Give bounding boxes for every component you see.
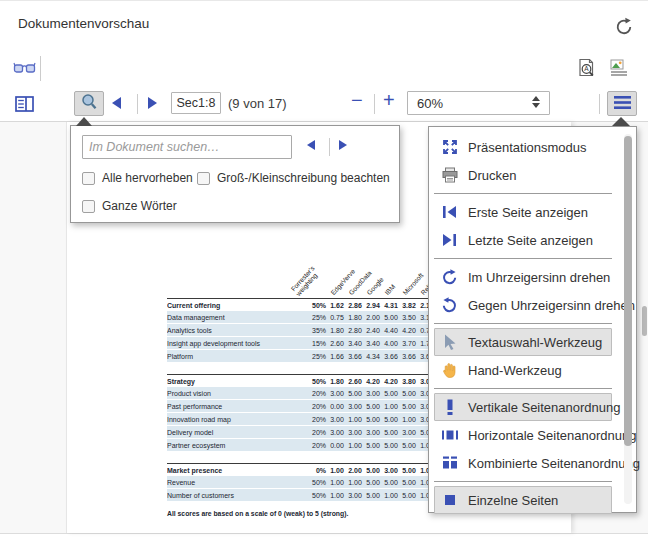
presentation-mode-icon [441, 139, 458, 156]
row-value: 1.00 [328, 476, 346, 488]
table-row: Revenue50%1.001.005.005.005.001.00 [167, 476, 447, 489]
row-value: 5.00 [400, 476, 418, 488]
row-value: 3.66 [400, 350, 418, 362]
page-number-input[interactable] [171, 92, 221, 114]
menu-item-first-page[interactable]: Erste Seite anzeigen [434, 198, 612, 226]
row-value: 2.94 [364, 299, 382, 311]
row-value: 1.00 [328, 489, 346, 501]
menu-item-last-page[interactable]: Letzte Seite anzeigen [434, 226, 612, 254]
page-image-icon[interactable] [610, 59, 628, 81]
menu-item-presentation-mode[interactable]: Präsentationsmodus [434, 133, 612, 161]
single-pages-icon [441, 492, 458, 509]
zoom-level-select[interactable]: 60% [407, 91, 550, 115]
vertical-pages-icon [441, 399, 458, 416]
row-value: 5.00 [400, 439, 418, 451]
table-row: Insight app development tools15%2.603.40… [167, 337, 447, 350]
menu-item-horizontal-pages[interactable]: Horizontale Seitenanordnung [434, 421, 612, 449]
row-value: 5.00 [382, 476, 400, 488]
table-gap [167, 452, 447, 463]
row-value: 3.50 [400, 311, 418, 323]
menu-item-hand-tool[interactable]: Hand-Werkzeug [434, 356, 612, 384]
forrester-table: Forrester'sweightingEdgeVerveGoodDataGoo… [167, 248, 447, 517]
zoom-out-button[interactable]: − [351, 89, 363, 112]
row-value: 1.80 [346, 311, 364, 323]
hand-tool-icon [441, 362, 458, 379]
row-value: 3.00 [328, 387, 346, 399]
row-value: 1.00 [346, 439, 364, 451]
next-page-button[interactable] [148, 97, 157, 109]
row-value: 3.70 [400, 337, 418, 349]
reading-mode-glasses-icon[interactable] [13, 61, 36, 79]
row-value: 5.00 [400, 489, 418, 501]
row-value: 3.00 [382, 464, 400, 476]
menu-item-combined-pages[interactable]: Kombinierte Seitenanordnung [434, 449, 612, 477]
viewer-scrollbar-thumb[interactable] [642, 306, 647, 336]
row-value: 2.00 [364, 311, 382, 323]
sidebar-toggle-icon[interactable] [15, 96, 34, 116]
zoom-in-button[interactable]: + [383, 89, 395, 112]
find-next-button[interactable] [339, 140, 347, 150]
menu-divider [434, 193, 612, 194]
row-value: 4.20 [400, 324, 418, 336]
row-weight: 25% [294, 350, 328, 362]
row-weight: 20% [294, 387, 328, 399]
row-value: 3.00 [346, 489, 364, 501]
row-weight: 20% [294, 439, 328, 451]
table-row: Past performance20%0.003.005.001.005.003… [167, 400, 447, 413]
first-page-icon [441, 204, 458, 221]
row-weight: 50% [294, 375, 328, 387]
row-value: 3.66 [382, 350, 400, 362]
row-value: 0.75 [328, 311, 346, 323]
match-case-checkbox[interactable]: Groß-/Kleinschreibung beachten [197, 171, 390, 185]
menu-scrollbar-thumb[interactable] [624, 136, 632, 446]
menu-item-text-select-tool[interactable]: Textauswahl-Werkzeug [434, 328, 612, 356]
table-row: Number of customers50%1.003.005.001.005.… [167, 489, 447, 502]
view-options-menu-button[interactable] [607, 91, 637, 116]
previous-page-button[interactable] [112, 97, 121, 109]
menu-item-rotate-counterclockwise[interactable]: Gegen Uhrzeigersinn drehen [434, 291, 612, 319]
page-title: Dokumentenvorschau [18, 16, 149, 31]
secondary-toolbar: A [0, 51, 648, 88]
view-options-menu: Präsentationsmodus Drucken Erste Seite a… [428, 126, 637, 513]
table-row: Delivery model20%3.003.003.005.003.005.0… [167, 426, 447, 439]
checkbox-box[interactable] [82, 172, 95, 185]
row-value: 3.00 [328, 426, 346, 438]
refresh-button[interactable] [613, 17, 635, 39]
menu-item-rotate-clockwise[interactable]: Im Uhrzeigersinn drehen [434, 263, 612, 291]
menu-item-label: Textauswahl-Werkzeug [468, 335, 602, 350]
menu-scrollbar-track[interactable] [624, 134, 632, 504]
row-value: 5.00 [346, 387, 364, 399]
combined-pages-icon [441, 455, 458, 472]
search-input[interactable] [82, 135, 292, 159]
row-weight: 50% [294, 489, 328, 501]
menu-item-single-pages[interactable]: Einzelne Seiten [434, 486, 612, 514]
row-value: 1.00 [382, 489, 400, 501]
row-label: Data management [167, 311, 294, 323]
table-row: Data management25%0.751.802.005.003.503.… [167, 311, 447, 324]
row-value: 3.66 [346, 350, 364, 362]
checkbox-box[interactable] [197, 172, 210, 185]
menu-divider [434, 323, 612, 324]
row-value: 2.60 [328, 337, 346, 349]
search-button[interactable] [74, 91, 104, 116]
search-popup-pointer [76, 117, 92, 126]
find-previous-button[interactable] [307, 140, 315, 150]
row-weight: 15% [294, 337, 328, 349]
menu-item-label: Drucken [468, 168, 516, 183]
row-weight: 50% [294, 476, 328, 488]
row-value: 3.00 [400, 426, 418, 438]
menu-item-print[interactable]: Drucken [434, 161, 612, 189]
row-value: 0.00 [328, 439, 346, 451]
search-popup: Alle hervorheben Groß-/Kleinschreibung b… [70, 125, 400, 223]
document-search-preview-icon[interactable]: A [576, 58, 597, 83]
select-spinner-icon [532, 96, 540, 108]
row-weight: 35% [294, 324, 328, 336]
row-value: 3.82 [400, 299, 418, 311]
highlight-all-checkbox[interactable]: Alle hervorheben [82, 171, 193, 185]
menu-item-vertical-pages[interactable]: Vertikale Seitenanordnung [434, 393, 612, 421]
checkbox-box[interactable] [82, 200, 95, 213]
row-value: 1.00 [400, 413, 418, 425]
row-value: 2.40 [364, 324, 382, 336]
whole-words-checkbox[interactable]: Ganze Wörter [82, 199, 177, 213]
row-value: 5.00 [382, 311, 400, 323]
